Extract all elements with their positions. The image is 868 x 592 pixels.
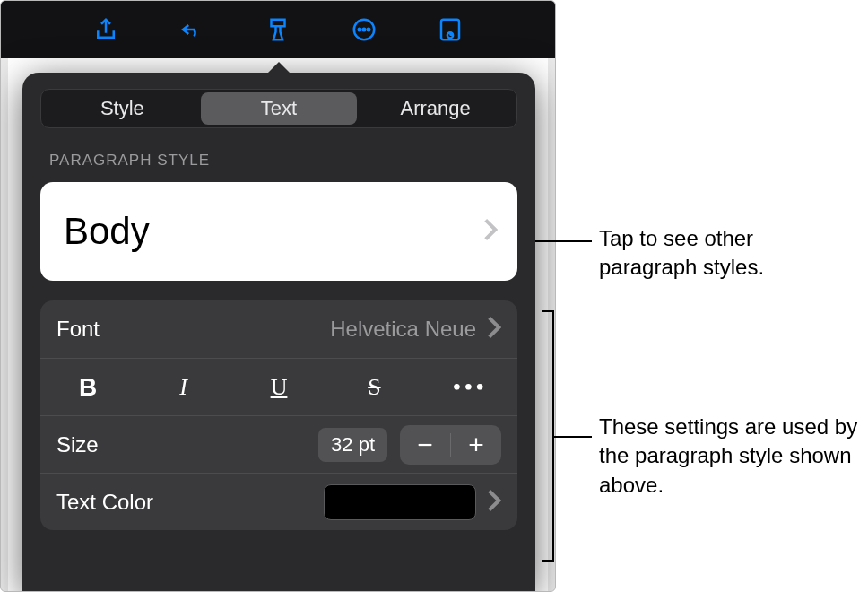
presenter-icon[interactable]	[432, 12, 468, 48]
top-toolbar	[1, 1, 555, 58]
font-label: Font	[56, 317, 100, 342]
svg-point-5	[450, 33, 452, 35]
chevron-right-icon	[483, 217, 498, 246]
underline-button[interactable]: U	[231, 359, 326, 415]
device-frame: Style Text Arrange PARAGRAPH STYLE Body …	[0, 0, 556, 592]
size-row: Size 32 pt − +	[40, 415, 517, 473]
callout-paragraph-style: Tap to see other paragraph styles.	[599, 224, 850, 283]
size-increase-button[interactable]: +	[451, 425, 501, 465]
bold-button[interactable]: B	[40, 359, 135, 415]
paragraph-style-name: Body	[64, 210, 150, 253]
callout-settings: These settings are used by the paragraph…	[599, 413, 859, 500]
size-stepper: − +	[400, 425, 501, 465]
tab-style[interactable]: Style	[44, 92, 201, 125]
tab-text[interactable]: Text	[201, 92, 358, 125]
font-value: Helvetica Neue	[330, 317, 476, 342]
callout-leader	[554, 436, 592, 438]
color-swatch[interactable]	[324, 484, 476, 520]
strikethrough-button[interactable]: S	[326, 359, 421, 415]
tab-segmented-control: Style Text Arrange	[40, 89, 517, 128]
more-format-button[interactable]: •••	[422, 359, 517, 415]
size-value[interactable]: 32 pt	[318, 428, 387, 462]
font-row[interactable]: Font Helvetica Neue	[40, 300, 517, 358]
callout-bracket	[542, 310, 554, 562]
more-icon[interactable]	[346, 12, 382, 48]
text-settings-group: Font Helvetica Neue B I U S ••• Size 32 …	[40, 300, 517, 530]
svg-point-3	[368, 29, 370, 31]
paragraph-style-heading: PARAGRAPH STYLE	[40, 152, 517, 170]
share-icon[interactable]	[88, 12, 124, 48]
size-decrease-button[interactable]: −	[400, 425, 450, 465]
svg-point-1	[359, 29, 361, 31]
undo-icon[interactable]	[174, 12, 210, 48]
paragraph-style-row[interactable]: Body	[40, 182, 517, 281]
svg-point-2	[363, 29, 366, 31]
chevron-right-icon	[487, 488, 501, 517]
text-color-row[interactable]: Text Color	[40, 473, 517, 530]
chevron-right-icon	[487, 315, 501, 344]
tab-arrange[interactable]: Arrange	[357, 92, 514, 125]
format-popover: Style Text Arrange PARAGRAPH STYLE Body …	[22, 73, 535, 591]
format-buttons-row: B I U S •••	[40, 358, 517, 415]
size-label: Size	[56, 432, 99, 457]
italic-button[interactable]: I	[135, 359, 230, 415]
format-brush-icon[interactable]	[260, 12, 296, 48]
text-color-label: Text Color	[56, 490, 153, 515]
